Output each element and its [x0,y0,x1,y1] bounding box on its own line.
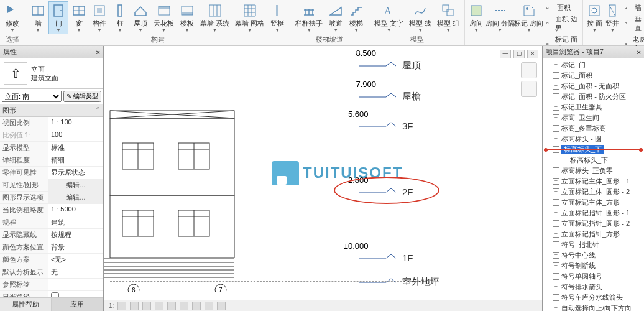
ribbon-roof-button[interactable]: 屋顶▼ [131,1,150,34]
drawing-canvas[interactable]: — ▢ × 6 7 [104,46,542,311]
ribbon-door-button[interactable]: 门▼ [48,1,68,34]
tree-item[interactable]: +符号剖断线 [543,261,644,271]
expand-icon[interactable]: + [553,167,559,174]
status-icon[interactable] [117,302,126,310]
property-value[interactable]: 背景 [48,241,103,253]
property-value[interactable]: 1 : 5000 [48,204,103,216]
expand-icon[interactable]: + [553,273,559,280]
close-icon[interactable]: × [637,49,641,56]
tree-item[interactable]: +符号单圆轴号 [543,271,644,282]
level-marker[interactable]: 5.6003F [359,121,413,131]
level-marker[interactable]: 室外地坪 [359,276,439,288]
tree-item[interactable]: +标记_门 [543,60,644,70]
status-icon[interactable] [180,302,188,310]
status-icon[interactable] [192,302,201,310]
expand-icon[interactable]: + [553,178,559,185]
level-marker[interactable]: 8.500屋顶 [359,60,421,72]
property-group-header[interactable]: 图形⌃ [0,104,103,117]
ribbon-text-button[interactable]: A模型 文字▼ [372,1,406,34]
expand-icon[interactable]: + [553,231,559,238]
ribbon-arrow-button[interactable]: 修改▼ [2,1,22,34]
expand-icon[interactable]: + [553,93,559,100]
edit-type-button[interactable]: ✎ 编辑类型 [63,91,101,102]
expand-icon[interactable]: + [553,83,559,90]
ribbon-mline-button[interactable]: 模型 线▼ [407,1,434,34]
apply-button[interactable]: 应用 [52,298,103,311]
expand-icon[interactable]: + [553,241,559,248]
view-filter[interactable]: 立面: 南 [2,91,62,102]
tree-item[interactable]: +标记_面积 [543,70,644,81]
expand-icon[interactable]: + [553,220,559,227]
expand-icon[interactable]: + [553,284,559,290]
tree-item[interactable]: -标高标头_下 [543,144,644,155]
tree-item[interactable]: +立面标记指针_方形 [543,229,644,239]
ribbon-floor-button[interactable]: 楼板▼ [177,1,197,34]
property-value[interactable]: 无 [48,266,103,278]
expand-icon[interactable]: + [553,114,559,121]
ribbon-rail-button[interactable]: 栏杆扶手▼ [293,1,325,34]
property-value[interactable]: 1 : 100 [48,117,103,129]
expand-icon[interactable]: + [553,210,559,216]
level-marker[interactable]: ±0.0001F [359,253,413,263]
close-icon[interactable]: × [96,49,100,56]
ribbon-shaft-button[interactable]: 竖井▼ [604,1,621,34]
type-selector[interactable]: ⇧ 立面 建筑立面 [0,58,103,89]
ribbon-room-button[interactable]: 房间▼ [467,1,485,34]
property-value[interactable] [48,279,103,290]
tree-item[interactable]: +标记_面积 - 防火分区 [543,91,644,102]
property-value[interactable]: 编辑... [48,192,103,203]
ribbon-wall-button[interactable]: 墙▼ [28,1,48,34]
tree-item[interactable]: +立面标记主体_圆形 - 1 [543,176,644,187]
tree-item[interactable]: +符号中心线 [543,250,644,261]
expand-icon[interactable]: + [553,262,559,269]
tree-item[interactable]: +立面标记指针_圆形 - 2 [543,218,644,229]
expand-icon[interactable]: + [553,188,559,195]
ribbon-curtain-button[interactable]: 幕墙 系统▼ [198,1,232,34]
property-value[interactable]: <无> [48,254,103,266]
ribbon-small-item[interactable]: ▫面积 边界 [545,14,579,34]
tree-item[interactable]: +标高标头 - 圆 [543,134,644,144]
tree-item[interactable]: +标高标头_正负零 [543,165,644,176]
expand-icon[interactable]: + [553,72,559,79]
property-value[interactable]: 按规程 [48,229,103,241]
properties-help[interactable]: 属性帮助 [0,298,52,311]
ribbon-ramp-button[interactable]: 坡道▼ [326,1,346,34]
ribbon-comp-button[interactable]: 构件▼ [90,1,109,34]
expand-icon[interactable]: + [553,305,559,311]
tree-item[interactable]: +符号_指北针 [543,239,644,250]
property-value[interactable]: 精细 [48,154,103,166]
ribbon-tag-button[interactable]: 标记 房间▼ [515,1,543,34]
tree-item[interactable]: +标记_面积 - 无面积 [543,81,644,91]
expand-icon[interactable]: + [553,104,559,111]
ribbon-stair-button[interactable]: 楼梯▼ [346,1,366,34]
ribbon-window-button[interactable]: 窗▼ [69,1,89,34]
ribbon-ceiling-button[interactable]: 天花板▼ [151,1,177,34]
tree-item[interactable]: +符号车库分水线箭头 [543,292,644,303]
property-value[interactable]: 显示原状态 [48,167,103,179]
ribbon-small-item[interactable]: ▫面积 [545,2,579,13]
expand-icon[interactable]: + [553,125,559,132]
status-icon[interactable] [130,302,139,310]
tree-item[interactable]: 标高标头_下 [543,155,644,165]
property-value[interactable]: 建筑 [48,216,103,228]
property-value[interactable]: 100 [48,129,103,141]
ribbon-small-item[interactable]: ▫墙 [623,2,644,13]
status-icon[interactable] [217,302,226,310]
tree-item[interactable]: +立面标记主体_圆形 - 2 [543,187,644,197]
expand-icon[interactable]: + [553,294,559,301]
status-icon[interactable] [205,302,213,310]
tree-item[interactable]: +符号排水箭头 [543,282,644,292]
status-icon[interactable] [142,302,151,310]
expand-icon[interactable]: + [553,252,559,259]
tree-item[interactable]: +标记卫生器具 [543,102,644,113]
ribbon-mgroup-button[interactable]: 模型 组▼ [435,1,462,34]
ribbon-column-button[interactable]: 柱▼ [110,1,130,34]
ribbon-sep-button[interactable]: 房间 分隔▼ [485,1,514,34]
tree-item[interactable]: +自动选择向上/向下方向 [543,303,644,311]
tree-item[interactable]: +标高_卫生间 [543,113,644,123]
tree-item[interactable]: +立面标记指针_圆形 - 1 [543,208,644,218]
ribbon-mullion-button[interactable]: 竖梃▼ [267,1,287,34]
ribbon-face-button[interactable]: 按 面▼ [586,1,603,34]
tree-item[interactable]: +立面标记主体_方形 [543,197,644,208]
property-value[interactable]: 编辑... [48,179,103,191]
